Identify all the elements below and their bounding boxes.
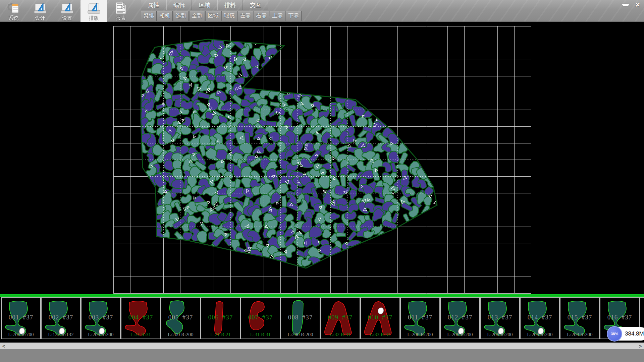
bottom-band bbox=[0, 349, 644, 362]
horizontal-scrollbar[interactable]: < > bbox=[0, 343, 644, 349]
nesting-canvas[interactable] bbox=[0, 22, 644, 294]
part-lr-counts: L:31 R:31 bbox=[121, 332, 160, 338]
tab-设置[interactable]: 设置 bbox=[54, 0, 80, 22]
menu-item[interactable]: 区域 bbox=[192, 0, 217, 10]
menu-item[interactable]: 排料 bbox=[217, 0, 243, 10]
part-id-label: 002_#37 bbox=[42, 314, 80, 321]
tool-button[interactable]: 下靠 bbox=[286, 11, 302, 21]
toolbar: 系统设计设置排版报表 属性编辑区域排料交互 聚排相机选割全割区域瑕疵左靠右靠上靠… bbox=[0, 0, 644, 22]
part-id-label: 011_#37 bbox=[401, 314, 439, 321]
tool-button[interactable]: 右靠 bbox=[254, 11, 269, 21]
tool-button[interactable]: 相机 bbox=[157, 11, 173, 21]
menu-item[interactable]: 编辑 bbox=[166, 0, 192, 10]
status-badge: 38% 384.8M bbox=[608, 327, 644, 341]
tab-label: 排版 bbox=[89, 15, 99, 21]
part-id-label: 013_#37 bbox=[481, 314, 519, 321]
thumbnail-cell[interactable]: 006_#37L:21 R:21 bbox=[201, 297, 240, 339]
tab-label: 报表 bbox=[116, 15, 126, 21]
ruler-icon bbox=[60, 1, 74, 15]
tab-label: 设置 bbox=[62, 15, 72, 21]
close-button[interactable]: ✕ bbox=[633, 1, 643, 9]
thumbnail-cell[interactable]: 002_#37L:132 R:132 bbox=[41, 297, 81, 339]
progress-percent: 38% bbox=[611, 332, 618, 336]
tab-报表[interactable]: 报表 bbox=[107, 0, 134, 22]
part-id-label: 015_#37 bbox=[560, 314, 599, 321]
nav-tabs: 系统设计设置排版报表 bbox=[0, 0, 134, 22]
part-lr-counts: L:200 R:200 bbox=[82, 332, 120, 338]
thumbnail-cell[interactable]: 013_#37L:200 R:200 bbox=[480, 297, 520, 339]
thumbnail-cell[interactable]: 012_#37L:200 R:200 bbox=[440, 297, 480, 339]
menu-item[interactable]: 属性 bbox=[141, 0, 166, 10]
menu-item[interactable]: 交互 bbox=[243, 0, 268, 10]
part-lr-counts: L:200 R:200 bbox=[401, 332, 439, 338]
tab-系统[interactable]: 系统 bbox=[0, 0, 27, 22]
scroll-right-icon[interactable]: > bbox=[637, 343, 644, 350]
thumbnail-cell[interactable]: 007_#37L:31 R:31 bbox=[240, 297, 280, 339]
part-id-label: 016_#37 bbox=[600, 314, 639, 321]
thumbnail-cell[interactable]: 010_#37L:33 R:33 bbox=[360, 297, 400, 339]
thumbnail-strip: 001_#37L:700 R:700002_#37L:132 R:132003_… bbox=[0, 297, 644, 339]
window-controls: ✕ bbox=[621, 1, 643, 9]
part-lr-counts: L:200 R:200 bbox=[521, 332, 559, 338]
tool-button[interactable]: 左靠 bbox=[237, 11, 253, 21]
part-id-label: 009_#37 bbox=[321, 314, 360, 321]
tab-label: 系统 bbox=[8, 15, 18, 21]
part-id-label: 008_#37 bbox=[281, 314, 320, 321]
part-lr-counts: L:700 R:700 bbox=[2, 332, 40, 338]
strip-separator bbox=[0, 294, 644, 297]
tool-button[interactable]: 上靠 bbox=[270, 11, 285, 21]
part-id-label: 001_#37 bbox=[2, 314, 40, 321]
app-window: 系统设计设置排版报表 属性编辑区域排料交互 聚排相机选割全割区域瑕疵左靠右靠上靠… bbox=[0, 0, 644, 362]
menu-bar: 属性编辑区域排料交互 bbox=[141, 0, 268, 10]
thumbnail-cell[interactable]: 011_#37L:200 R:200 bbox=[400, 297, 440, 339]
part-id-label: 005_#37 bbox=[161, 314, 200, 321]
system-icon bbox=[6, 1, 20, 15]
thumbnail-cell[interactable]: 004_#37L:31 R:31 bbox=[121, 297, 161, 339]
progress-circle-icon: 38% bbox=[607, 326, 622, 342]
part-id-label: 014_#37 bbox=[521, 314, 559, 321]
part-id-label: 006_#37 bbox=[201, 314, 240, 321]
thumbnail-cell[interactable]: 008_#37L:200 R:200 bbox=[280, 297, 320, 339]
part-lr-counts: L:200 R:200 bbox=[560, 332, 599, 338]
part-lr-counts: L:200 R:200 bbox=[481, 332, 519, 338]
tab-label: 设计 bbox=[35, 15, 45, 21]
tab-设计[interactable]: 设计 bbox=[27, 0, 54, 22]
minimize-button[interactable] bbox=[621, 1, 631, 9]
thumbnail-cell[interactable]: 015_#37L:200 R:200 bbox=[560, 297, 600, 339]
tool-button[interactable]: 聚排 bbox=[141, 11, 157, 21]
part-lr-counts: L:200 R:200 bbox=[161, 332, 200, 338]
thumbnail-cell[interactable]: 014_#37L:200 R:200 bbox=[520, 297, 560, 339]
part-id-label: 007_#37 bbox=[241, 314, 280, 321]
part-id-label: 003_#37 bbox=[82, 314, 120, 321]
part-lr-counts: L:32 R:31 bbox=[321, 332, 360, 338]
tool-button[interactable]: 选割 bbox=[173, 11, 189, 21]
part-id-label: 012_#37 bbox=[441, 314, 479, 321]
tool-button[interactable]: 瑕疵 bbox=[221, 11, 237, 21]
thumbnail-cell[interactable]: 003_#37L:200 R:200 bbox=[81, 297, 121, 339]
tool-button[interactable]: 全割 bbox=[189, 11, 205, 21]
part-id-label: 010_#37 bbox=[361, 314, 399, 321]
scroll-left-icon[interactable]: < bbox=[0, 343, 7, 350]
ruler-icon bbox=[33, 1, 47, 15]
thumbnail-cell[interactable]: 005_#37L:200 R:200 bbox=[161, 297, 201, 339]
ruler-icon bbox=[87, 1, 101, 15]
part-id-label: 004_#37 bbox=[121, 314, 160, 321]
tool-button-row: 聚排相机选割全割区域瑕疵左靠右靠上靠下靠 bbox=[141, 11, 302, 21]
part-lr-counts: L:200 R:200 bbox=[281, 332, 320, 338]
part-lr-counts: L:31 R:31 bbox=[241, 332, 280, 338]
memory-value: 384.8M bbox=[625, 330, 644, 337]
part-lr-counts: L:33 R:33 bbox=[361, 332, 399, 338]
thumbnail-cell[interactable]: 001_#37L:700 R:700 bbox=[1, 297, 41, 339]
part-lr-counts: L:21 R:21 bbox=[201, 332, 240, 338]
separator-line bbox=[0, 294, 644, 296]
part-lr-counts: L:200 R:200 bbox=[441, 332, 479, 338]
part-lr-counts: L:132 R:132 bbox=[42, 332, 80, 338]
report-icon bbox=[114, 1, 128, 15]
thumbnail-cell[interactable]: 009_#37L:32 R:31 bbox=[320, 297, 360, 339]
tool-button[interactable]: 区域 bbox=[205, 11, 221, 21]
tab-排版[interactable]: 排版 bbox=[80, 0, 107, 22]
